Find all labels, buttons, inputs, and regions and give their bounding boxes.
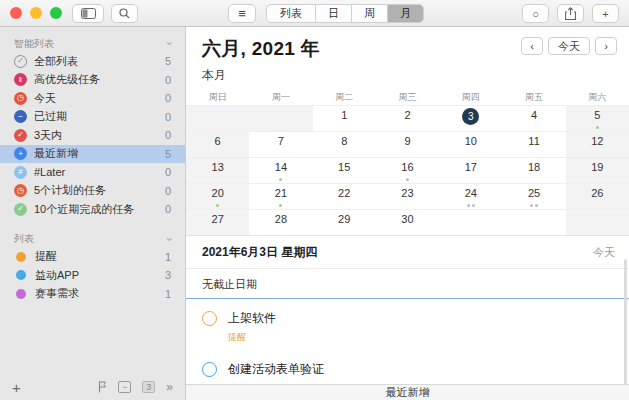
archive-box-icon[interactable]: −	[118, 381, 131, 393]
calendar-day-cell[interactable]: 5	[566, 106, 629, 131]
sidebar-smart-item-2[interactable]: ◷今天0	[0, 89, 185, 108]
calendar-day-icon[interactable]: 3	[142, 381, 155, 393]
calendar-day-cell[interactable]: 28	[249, 210, 312, 235]
calendar-day-cell[interactable]: 30	[376, 210, 439, 235]
share-icon	[565, 7, 576, 20]
calendar-day-cell[interactable]: 17	[439, 158, 502, 183]
calendar-day-cell[interactable]: 14	[249, 158, 312, 183]
sidebar-smart-item-7[interactable]: ◷5个计划的任务0	[0, 182, 185, 201]
task-group-header: 无截止日期	[186, 269, 629, 299]
calendar-day-cell[interactable]: 20	[186, 184, 249, 209]
weekday-label: 周四	[439, 91, 502, 105]
prev-month-button[interactable]: ‹	[521, 37, 543, 55]
task-row-0[interactable]: 上架软件提醒	[202, 301, 613, 352]
sidebar-item-label: 5个计划的任务	[34, 183, 165, 198]
sidebar-item-count: 5	[165, 148, 171, 160]
calendar-day-cell[interactable]: 21	[249, 184, 312, 209]
view-segment-列表[interactable]: 列表	[267, 5, 315, 22]
later-tag-circle-icon: #	[14, 166, 27, 179]
add-button[interactable]: +	[592, 4, 619, 23]
sidebar-list-item-2[interactable]: 赛事需求1	[0, 285, 185, 304]
calendar-day-cell[interactable]: 8	[313, 132, 376, 157]
calendar-row: 20212223242526	[186, 183, 629, 209]
event-dots	[376, 178, 439, 181]
calendar-day-cell[interactable]: 7	[249, 132, 312, 157]
minimize-window-button[interactable]	[30, 7, 42, 19]
expand-sidebar-icon[interactable]: »	[166, 380, 173, 394]
calendar-day-cell[interactable]: 24	[439, 184, 502, 209]
calendar-row: 27282930	[186, 209, 629, 235]
view-segment-周[interactable]: 周	[351, 5, 387, 22]
calendar-day-cell[interactable]: 18	[502, 158, 565, 183]
event-dots	[249, 178, 312, 181]
calendar-day-cell[interactable]: 29	[313, 210, 376, 235]
sidebar-smart-item-3[interactable]: −已过期0	[0, 108, 185, 127]
view-segment-月[interactable]: 月	[387, 5, 423, 22]
calendar-day-cell	[566, 210, 629, 235]
sidebar-item-label: #Later	[34, 166, 165, 178]
calendar-day-cell[interactable]: 13	[186, 158, 249, 183]
task-complete-circle[interactable]	[202, 311, 217, 326]
calendar-day-cell[interactable]: 11	[502, 132, 565, 157]
calendar-day-cell[interactable]: 16	[376, 158, 439, 183]
sidebar-list-item-0[interactable]: 提醒1	[0, 248, 185, 267]
calendar-day-cell[interactable]: 12	[566, 132, 629, 157]
calendar-day-cell[interactable]: 6	[186, 132, 249, 157]
sidebar-item-count: 0	[165, 185, 171, 197]
sidebar-item-count: 0	[165, 129, 171, 141]
task-complete-circle[interactable]	[202, 362, 217, 377]
calendar-day-cell[interactable]: 3	[439, 106, 502, 131]
toggle-sidebar-button[interactable]	[72, 4, 104, 23]
smart-lists-section-header[interactable]: 智能列表 ›	[0, 35, 185, 52]
day-number: 27	[212, 213, 224, 225]
sidebar-smart-item-8[interactable]: ✓10个近期完成的任务0	[0, 200, 185, 219]
sidebar-smart-item-6[interactable]: ##Later0	[0, 163, 185, 182]
event-dot-icon	[472, 204, 475, 207]
calendar-day-cell[interactable]: 2	[376, 106, 439, 131]
flag-icon[interactable]	[98, 381, 107, 393]
task-title: 上架软件	[228, 310, 276, 327]
calendar-day-cell[interactable]: 27	[186, 210, 249, 235]
share-button[interactable]	[557, 4, 584, 23]
event-dot-icon	[406, 178, 409, 181]
sidebar-smart-item-0[interactable]: ✓全部列表5	[0, 52, 185, 71]
view-segment-日[interactable]: 日	[315, 5, 351, 22]
sidebar-item-label: 全部列表	[34, 54, 165, 69]
sidebar-smart-item-5[interactable]: +最近新增5	[0, 145, 185, 164]
calendar-day-cell[interactable]: 9	[376, 132, 439, 157]
calendar-day-cell	[502, 210, 565, 235]
calendar-day-cell[interactable]: 1	[313, 106, 376, 131]
day-number: 22	[338, 187, 350, 199]
add-list-button[interactable]: +	[12, 379, 21, 396]
close-window-button[interactable]	[10, 7, 22, 19]
day-number: 1	[341, 109, 347, 121]
event-dot-icon	[530, 204, 533, 207]
calendar-day-cell[interactable]: 23	[376, 184, 439, 209]
sidebar-list-item-1[interactable]: 益动APP3	[0, 266, 185, 285]
sidebar-smart-item-1[interactable]: ‖高优先级任务0	[0, 71, 185, 90]
today-button[interactable]: 今天	[548, 37, 590, 55]
calendar-day-cell[interactable]: 22	[313, 184, 376, 209]
titlebar: ≡ 列表日周月 ○ +	[0, 0, 629, 27]
sidebar-icon	[81, 8, 96, 19]
calendar-day-cell[interactable]: 26	[566, 184, 629, 209]
list-menu-button[interactable]: ≡	[228, 4, 256, 23]
today-clock-circle-icon: ◷	[14, 92, 27, 105]
search-button[interactable]	[111, 4, 138, 23]
calendar-day-cell[interactable]: 25	[502, 184, 565, 209]
calendar-day-cell[interactable]: 4	[502, 106, 565, 131]
sidebar-smart-item-4[interactable]: ✓3天内0	[0, 126, 185, 145]
day-number: 26	[591, 187, 603, 199]
lists-section-header[interactable]: 列表 ›	[0, 231, 185, 248]
calendar-day-cell[interactable]: 15	[313, 158, 376, 183]
sidebar-item-label: 3天内	[34, 128, 165, 143]
zoom-window-button[interactable]	[50, 7, 62, 19]
event-dots	[249, 204, 312, 207]
calendar-day-cell[interactable]: 19	[566, 158, 629, 183]
next-month-button[interactable]: ›	[595, 37, 617, 55]
day-number: 25	[528, 187, 540, 199]
calendar-day-cell[interactable]: 10	[439, 132, 502, 157]
scrollbar[interactable]	[624, 259, 627, 399]
sync-button[interactable]: ○	[522, 4, 549, 23]
sidebar: 智能列表 › ✓全部列表5‖高优先级任务0◷今天0−已过期0✓3天内0+最近新增…	[0, 27, 186, 400]
